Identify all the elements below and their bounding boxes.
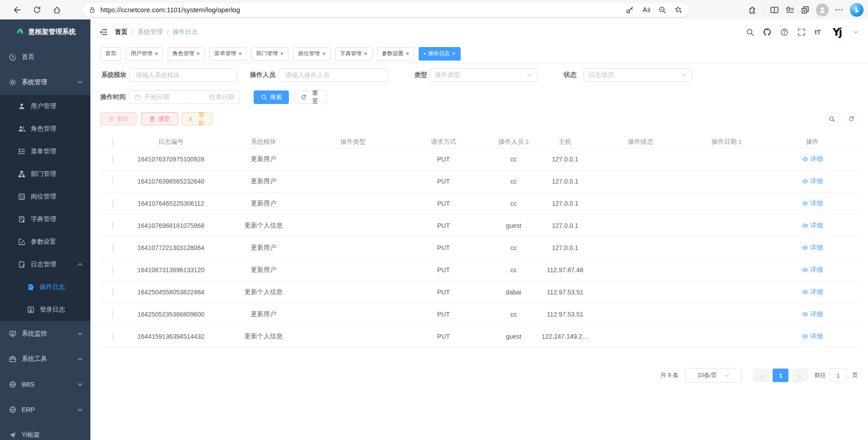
bing-b-icon <box>853 6 861 14</box>
sidebar-item-login-log[interactable]: 登录日志 <box>0 298 90 321</box>
toggle-search-button[interactable] <box>825 112 839 126</box>
close-icon[interactable]: × <box>280 51 284 57</box>
tab-department-management[interactable]: 部门管理× <box>251 47 289 61</box>
help-question-icon[interactable] <box>780 28 788 36</box>
sidebar-item-dictionary[interactable]: 字典管理 <box>0 208 90 231</box>
close-icon[interactable]: × <box>452 51 456 57</box>
fullscreen-icon[interactable] <box>797 28 806 36</box>
detail-link[interactable]: 详细 <box>802 288 823 296</box>
row-checkbox[interactable] <box>113 155 113 163</box>
start-date-placeholder: 开始日期 <box>144 93 170 101</box>
caret-down-icon[interactable] <box>853 29 859 35</box>
browser-back-button[interactable] <box>11 4 24 16</box>
refresh-table-button[interactable] <box>844 112 858 126</box>
close-icon[interactable]: × <box>364 51 368 57</box>
tab-user-management[interactable]: 用户管理× <box>126 47 163 61</box>
tab-menu-management[interactable]: 菜单管理× <box>209 47 247 61</box>
search-button[interactable]: 搜索 <box>254 90 289 104</box>
user-logo-avatar[interactable]: Yj <box>830 25 844 39</box>
detail-link[interactable]: 详细 <box>802 266 823 274</box>
select-all-checkbox[interactable] <box>113 138 113 146</box>
sidebar-item-users[interactable]: 用户管理 <box>0 95 90 118</box>
detail-link[interactable]: 详细 <box>802 310 823 318</box>
tab-parameter-settings[interactable]: 参数设置× <box>377 47 415 61</box>
sidebar-item-monitor[interactable]: 系统监控 <box>0 321 90 346</box>
tab-operation-log[interactable]: ●操作日志× <box>419 47 460 61</box>
sidebar-item-system[interactable]: 系统管理 <box>0 70 90 95</box>
page-1-button[interactable]: 1 <box>773 369 788 382</box>
column-method: 请求方式 <box>431 138 456 146</box>
sort-icons[interactable] <box>738 137 742 147</box>
tab-role-management[interactable]: 角色管理× <box>168 47 205 61</box>
module-input[interactable] <box>135 71 231 79</box>
status-select[interactable]: 日志状态 <box>584 68 692 82</box>
delete-button[interactable]: 删除 <box>100 112 137 125</box>
github-icon[interactable] <box>763 28 771 36</box>
row-checkbox[interactable] <box>113 332 113 341</box>
sidebar-item-posts[interactable]: 岗位管理 <box>0 185 90 208</box>
page-size-select[interactable]: 10条/页 <box>685 368 742 383</box>
tab-dictionary-management[interactable]: 字典管理× <box>335 47 373 61</box>
address-bar[interactable]: https://ccnetcore.com:1101/system/log/op… <box>82 2 689 17</box>
password-key-icon[interactable] <box>626 6 634 14</box>
sidebar-item-erp[interactable]: ERP <box>0 397 90 422</box>
goto-page-input[interactable] <box>830 369 847 382</box>
screen: https://ccnetcore.com:1101/system/log/op… <box>0 0 868 440</box>
favorites-list-icon[interactable] <box>785 5 794 14</box>
close-icon[interactable]: × <box>322 51 326 57</box>
close-icon[interactable]: × <box>238 51 242 57</box>
type-select[interactable]: 操作类型 <box>430 68 538 82</box>
clear-button[interactable]: 清空 <box>141 112 178 125</box>
sort-icons[interactable] <box>525 137 529 147</box>
extensions-puzzle-icon[interactable] <box>748 5 757 14</box>
close-icon[interactable]: × <box>197 51 200 57</box>
sidebar-item-roles[interactable]: 角色管理 <box>0 118 90 140</box>
browser-refresh-button[interactable] <box>31 4 43 16</box>
read-aloud-icon[interactable] <box>642 6 650 14</box>
close-icon[interactable]: × <box>155 51 158 57</box>
close-icon[interactable]: × <box>406 51 410 57</box>
detail-link[interactable]: 详细 <box>802 199 823 208</box>
breadcrumb-home[interactable]: 首页 <box>115 28 127 36</box>
detail-link[interactable]: 详细 <box>802 332 823 341</box>
sidebar-item-operation-log[interactable]: 操作日志 <box>0 276 90 298</box>
collections-icon[interactable] <box>801 5 810 14</box>
sidebar-item-menus[interactable]: 菜单管理 <box>0 140 90 163</box>
sidebar-item-bbs[interactable]: BBS <box>0 372 90 397</box>
row-checkbox[interactable] <box>113 199 113 208</box>
detail-link[interactable]: 详细 <box>802 222 823 230</box>
search-icon[interactable] <box>746 28 754 36</box>
row-checkbox[interactable] <box>113 244 113 252</box>
export-button[interactable]: 导出 <box>182 112 212 125</box>
row-checkbox[interactable] <box>113 288 113 296</box>
date-range-picker[interactable]: 开始日期 - 结束日期 <box>129 90 239 104</box>
detail-link[interactable]: 详细 <box>802 244 823 252</box>
next-page-button[interactable]: › <box>792 369 808 382</box>
sidebar-item-home[interactable]: 首页 <box>0 44 90 70</box>
tab-post-management[interactable]: 岗位管理× <box>293 47 330 61</box>
bing-copilot-icon[interactable] <box>850 3 863 17</box>
reset-button[interactable]: 重置 <box>295 90 326 104</box>
browser-profile-avatar[interactable] <box>816 4 829 16</box>
browser-home-button[interactable] <box>51 4 63 16</box>
row-checkbox[interactable] <box>113 310 113 318</box>
sidebar-item-parameters[interactable]: 参数设置 <box>0 231 90 253</box>
sidebar-item-tools[interactable]: 系统工具 <box>0 346 90 372</box>
split-screen-icon[interactable] <box>770 5 779 14</box>
row-checkbox[interactable] <box>113 177 113 185</box>
sidebar-item-yi-framework[interactable]: Yi框架 <box>0 422 90 440</box>
sidebar-toggle-button[interactable] <box>99 28 108 36</box>
operator-input[interactable] <box>284 71 383 79</box>
detail-link[interactable]: 详细 <box>802 155 823 163</box>
prev-page-button[interactable]: ‹ <box>753 369 769 382</box>
sidebar-item-log-management[interactable]: 日志管理 <box>0 253 90 276</box>
detail-link[interactable]: 详细 <box>802 177 823 185</box>
font-size-icon[interactable]: tT <box>815 28 821 36</box>
zoom-out-icon[interactable] <box>658 6 666 14</box>
browser-menu-icon[interactable]: ··· <box>835 6 844 14</box>
tab-home[interactable]: 首页 <box>100 47 121 61</box>
add-favorite-icon[interactable] <box>675 6 683 14</box>
sidebar-item-departments[interactable]: 部门管理 <box>0 163 90 185</box>
row-checkbox[interactable] <box>113 222 113 230</box>
row-checkbox[interactable] <box>113 266 113 274</box>
